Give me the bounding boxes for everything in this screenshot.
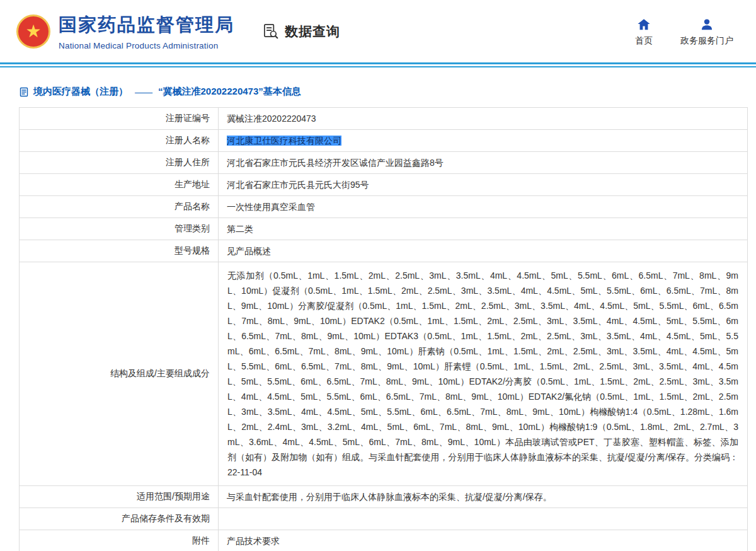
- row-registrant-address: 注册人住所 河北省石家庄市元氏县经济开发区诚信产业园益鑫路8号: [20, 152, 748, 174]
- field-value: 第二类: [219, 218, 748, 240]
- field-value: 与采血针配套使用，分别用于临床人体静脉血液标本的采集、抗凝/促凝/分离/保存。: [219, 486, 748, 508]
- national-emblem-icon: ★: [16, 14, 50, 49]
- nav-item-label: 政务服务门户: [680, 35, 733, 47]
- row-storage-conditions: 产品储存条件及有效期: [20, 508, 748, 530]
- breadcrumb-section[interactable]: 境内医疗器械（注册）: [33, 86, 128, 98]
- field-label: 管理类别: [20, 218, 219, 240]
- field-label: 产品储存条件及有效期: [20, 508, 219, 530]
- data-query-icon: [262, 23, 279, 40]
- field-label: 结构及组成/主要组成成分: [20, 262, 219, 486]
- field-label: 附件: [20, 530, 219, 551]
- document-icon: [19, 87, 29, 97]
- nav-item-portal[interactable]: 政务服务门户: [680, 18, 733, 47]
- breadcrumb: 境内医疗器械（注册） —— “冀械注准20202220473”基本信息: [19, 86, 737, 98]
- header-rule-bottom: [0, 66, 756, 67]
- selected-text: 河北康卫仕医疗科技有限公司: [227, 136, 341, 146]
- registration-detail-table: 注册证编号 冀械注准20202220473 注册人名称 河北康卫仕医疗科技有限公…: [19, 107, 748, 551]
- field-label: 适用范围/预期用途: [20, 486, 219, 508]
- row-intended-use: 适用范围/预期用途 与采血针配套使用，分别用于临床人体静脉血液标本的采集、抗凝/…: [20, 486, 748, 508]
- row-registrant-name: 注册人名称 河北康卫仕医疗科技有限公司: [20, 130, 748, 152]
- breadcrumb-separator: ——: [135, 86, 151, 97]
- row-product-name: 产品名称 一次性使用真空采血管: [20, 196, 748, 218]
- org-name-en: National Medical Products Administration: [59, 41, 234, 50]
- field-label: 注册人住所: [20, 152, 219, 174]
- field-value: 河北省石家庄市元氏县元氏大街95号: [219, 174, 748, 196]
- row-production-address: 生产地址 河北省石家庄市元氏县元氏大街95号: [20, 174, 748, 196]
- home-icon: [637, 18, 651, 32]
- field-value: 冀械注准20202220473: [219, 108, 748, 130]
- field-value: 河北省石家庄市元氏县经济开发区诚信产业园益鑫路8号: [219, 152, 748, 174]
- brand-text: 国家药品监督管理局 National Medical Products Admi…: [59, 13, 234, 50]
- field-label: 型号规格: [20, 240, 219, 262]
- field-value: 见产品概述: [219, 240, 748, 262]
- field-label: 生产地址: [20, 174, 219, 196]
- field-label: 产品名称: [20, 196, 219, 218]
- user-icon: [700, 18, 714, 32]
- field-value: 无添加剂（0.5mL、1mL、1.5mL、2mL、2.5mL、3mL、3.5mL…: [219, 262, 748, 486]
- field-value: [219, 508, 748, 530]
- breadcrumb-current: “冀械注准20202220473”基本信息: [158, 86, 301, 98]
- row-structure-composition: 结构及组成/主要组成成分 无添加剂（0.5mL、1mL、1.5mL、2mL、2.…: [20, 262, 748, 486]
- data-query-title: 数据查询: [285, 23, 340, 40]
- field-label: 注册证编号: [20, 108, 219, 130]
- nav-item-label: 首页: [635, 35, 653, 47]
- org-name-cn: 国家药品监督管理局: [59, 13, 234, 38]
- field-label: 注册人名称: [20, 130, 219, 152]
- row-model-spec: 型号规格 见产品概述: [20, 240, 748, 262]
- field-value: 产品技术要求: [219, 530, 748, 551]
- field-value: 一次性使用真空采血管: [219, 196, 748, 218]
- top-nav: 首页 政务服务门户: [635, 16, 733, 47]
- page-header: ★ 国家药品监督管理局 National Medical Products Ad…: [0, 0, 756, 62]
- row-management-class: 管理类别 第二类: [20, 218, 748, 240]
- row-attachments: 附件 产品技术要求: [20, 530, 748, 551]
- field-value: 河北康卫仕医疗科技有限公司: [219, 130, 748, 152]
- data-query-module: 数据查询: [262, 23, 340, 40]
- row-registration-number: 注册证编号 冀械注准20202220473: [20, 108, 748, 130]
- nav-item-home[interactable]: 首页: [635, 18, 653, 47]
- nmpa-brand[interactable]: ★ 国家药品监督管理局 National Medical Products Ad…: [16, 13, 234, 50]
